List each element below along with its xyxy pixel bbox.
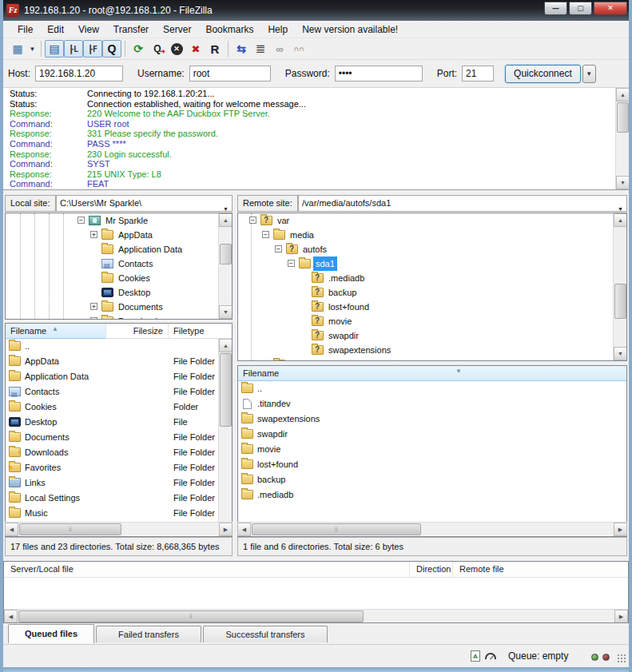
tree-item-label[interactable]: autofs bbox=[300, 242, 329, 256]
local-hscrollbar[interactable]: ◀ ▶ bbox=[5, 522, 233, 535]
tree-expander-minus-icon[interactable]: − bbox=[262, 231, 269, 238]
file-row[interactable]: lost+found bbox=[238, 457, 626, 472]
username-input[interactable] bbox=[189, 66, 271, 82]
tree-item[interactable]: Cookies bbox=[6, 271, 232, 285]
scroll-left-icon[interactable]: ◀ bbox=[5, 523, 18, 536]
tree-item[interactable]: −media bbox=[238, 228, 626, 242]
local-path-combobox[interactable]: C:\Users\Mr Sparkle\ ▼ bbox=[56, 195, 233, 212]
transfer-type-icon[interactable]: A bbox=[471, 650, 480, 662]
toggle-message-log-icon[interactable] bbox=[45, 40, 64, 58]
local-tree-scrollbar[interactable]: ▲ ▼ bbox=[218, 213, 232, 319]
tree-item-label[interactable]: media bbox=[288, 228, 316, 242]
close-button[interactable]: ✕ bbox=[594, 2, 627, 15]
tree-item[interactable]: lost+found bbox=[238, 300, 626, 314]
tree-item-label[interactable]: .mediadb bbox=[326, 271, 367, 285]
process-queue-icon[interactable] bbox=[148, 40, 167, 58]
tree-item-label[interactable]: swapdir bbox=[326, 328, 361, 343]
scroll-down-icon[interactable]: ▼ bbox=[614, 347, 627, 360]
tree-item[interactable]: backup bbox=[238, 285, 626, 300]
tree-item[interactable]: swapdir bbox=[238, 328, 626, 343]
tree-item-label[interactable]: Downloads bbox=[116, 314, 164, 320]
column-header-server-local-file[interactable]: Server/Local file bbox=[4, 562, 410, 578]
tree-expander-minus-icon[interactable]: − bbox=[275, 245, 282, 252]
site-manager-dropdown-icon[interactable]: ▼ bbox=[27, 40, 38, 58]
tree-item-label[interactable]: var bbox=[275, 213, 292, 228]
tree-item[interactable]: +Downloads bbox=[6, 314, 232, 320]
scroll-up-icon[interactable]: ▲ bbox=[219, 339, 233, 352]
quickconnect-button[interactable]: Quickconnect bbox=[505, 65, 581, 83]
file-row[interactable]: CookiesFolder bbox=[6, 400, 218, 415]
tree-item[interactable]: −autofs bbox=[238, 242, 626, 256]
tree-item-label[interactable]: Mr Sparkle bbox=[103, 213, 150, 228]
disconnect-icon[interactable] bbox=[186, 40, 205, 58]
tree-item[interactable]: −Mr Sparkle bbox=[6, 213, 232, 228]
tree-item-label[interactable]: Application Data bbox=[116, 242, 185, 256]
file-row[interactable]: Local SettingsFile Folder bbox=[6, 491, 218, 506]
tree-item-label[interactable]: lost+found bbox=[326, 300, 372, 314]
maximize-button[interactable]: ▢ bbox=[569, 2, 592, 15]
file-row[interactable]: .. bbox=[238, 381, 626, 396]
local-hscroll-thumb[interactable] bbox=[19, 523, 121, 535]
host-input[interactable] bbox=[35, 66, 123, 82]
column-header-filename[interactable]: Filename ▲ bbox=[6, 324, 106, 339]
tree-expander-plus-icon[interactable]: + bbox=[90, 231, 97, 238]
tree-item-label[interactable]: backup bbox=[326, 285, 359, 300]
minimize-button[interactable]: — bbox=[544, 2, 567, 15]
file-row[interactable]: swapextensions bbox=[238, 412, 626, 427]
remote-path-combobox[interactable]: /var/media/autofs/sda1 ▼ bbox=[298, 195, 627, 212]
toggle-queue-icon[interactable] bbox=[102, 40, 121, 58]
reconnect-icon[interactable] bbox=[205, 40, 225, 58]
file-row[interactable]: .. bbox=[6, 339, 218, 354]
password-input[interactable] bbox=[335, 66, 423, 82]
local-list-scrollbar[interactable]: ▲ ▼ bbox=[218, 339, 232, 536]
file-row[interactable]: AppDataFile Folder bbox=[6, 354, 218, 369]
column-header-filetype[interactable]: Filetype bbox=[169, 324, 220, 339]
file-row[interactable]: Application DataFile Folder bbox=[6, 369, 218, 384]
filter-icon[interactable] bbox=[270, 40, 289, 58]
menu-item-edit[interactable]: Edit bbox=[41, 22, 70, 37]
tree-expander-minus-icon[interactable]: − bbox=[288, 260, 295, 267]
menu-item-transfer[interactable]: Transfer bbox=[107, 22, 155, 37]
tree-item[interactable]: dvd bbox=[238, 357, 626, 361]
speed-limits-icon[interactable] bbox=[485, 653, 496, 659]
find-files-icon[interactable] bbox=[289, 40, 308, 58]
file-row[interactable]: .titandev bbox=[238, 396, 626, 412]
file-row[interactable]: LinksFile Folder bbox=[6, 475, 218, 491]
tree-item[interactable]: Contacts bbox=[6, 256, 232, 271]
local-tree-scroll-thumb[interactable] bbox=[220, 244, 232, 264]
scroll-left-icon[interactable]: ◀ bbox=[4, 610, 18, 623]
file-row[interactable]: DesktopFile bbox=[6, 415, 218, 430]
scroll-left-icon[interactable]: ◀ bbox=[237, 523, 251, 536]
column-header-filesize[interactable]: Filesize bbox=[106, 324, 169, 339]
toggle-remote-tree-icon[interactable] bbox=[83, 40, 102, 58]
tree-expander-minus-icon[interactable]: − bbox=[78, 217, 85, 224]
tab-successful-transfers[interactable]: Successful transfers bbox=[203, 626, 328, 642]
scroll-down-icon[interactable]: ▼ bbox=[616, 176, 629, 189]
scroll-right-icon[interactable]: ▶ bbox=[614, 610, 628, 623]
file-row[interactable]: swapdir bbox=[238, 427, 626, 442]
tree-expander-plus-icon[interactable]: + bbox=[90, 317, 97, 320]
refresh-icon[interactable] bbox=[129, 40, 148, 58]
tree-expander-plus-icon[interactable]: + bbox=[90, 303, 97, 310]
local-list-scroll-thumb[interactable] bbox=[220, 353, 232, 427]
site-manager-icon[interactable] bbox=[8, 40, 27, 58]
column-header-filename[interactable]: Filename ▼ bbox=[238, 366, 626, 381]
scroll-up-icon[interactable]: ▲ bbox=[219, 213, 233, 227]
file-row[interactable]: FavoritesFile Folder bbox=[6, 460, 218, 475]
log-scrollbar[interactable]: ▲ ▼ bbox=[615, 88, 629, 189]
tree-item-label[interactable]: AppData bbox=[116, 228, 155, 242]
scroll-up-icon[interactable]: ▲ bbox=[616, 88, 629, 101]
menu-item-server[interactable]: Server bbox=[157, 22, 197, 37]
tree-item[interactable]: +AppData bbox=[6, 228, 232, 242]
tree-item-label[interactable]: swapextensions bbox=[326, 343, 393, 357]
menu-item-file[interactable]: File bbox=[11, 22, 39, 37]
tree-item-label[interactable]: sda1 bbox=[313, 256, 337, 271]
tree-item[interactable]: movie bbox=[238, 314, 626, 328]
file-row[interactable]: backup bbox=[238, 472, 626, 487]
toggle-local-tree-icon[interactable] bbox=[64, 40, 83, 58]
menu-item-help[interactable]: Help bbox=[261, 22, 294, 37]
file-row[interactable]: DownloadsFile Folder bbox=[6, 445, 218, 460]
remote-hscrollbar[interactable]: ◀ ▶ bbox=[237, 522, 627, 535]
menu-item-bookmarks[interactable]: Bookmarks bbox=[199, 22, 260, 37]
tree-item-label[interactable]: Cookies bbox=[116, 271, 153, 285]
